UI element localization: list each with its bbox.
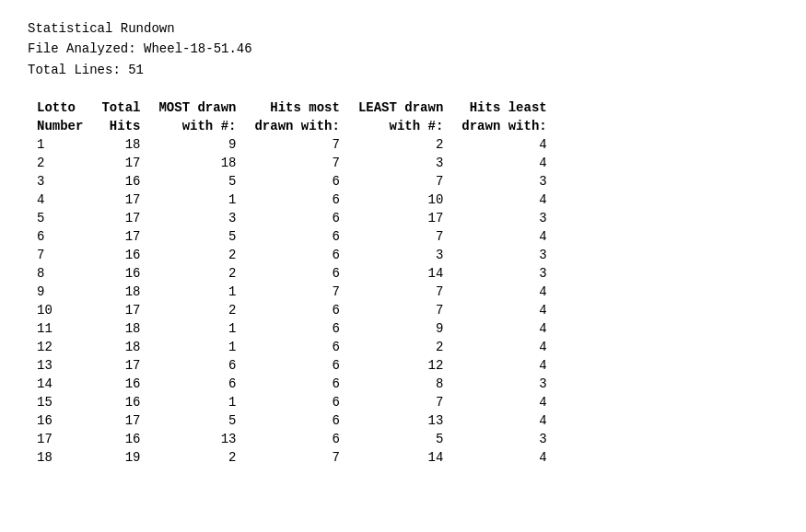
table-row: 51736173	[28, 209, 556, 227]
cell-lotto_number-16: 17	[28, 430, 92, 448]
cell-most_drawn-12: 6	[149, 356, 245, 375]
col-header-least2: with #:	[349, 117, 452, 135]
cell-lotto_number-13: 14	[28, 375, 92, 393]
cell-most_drawn-8: 1	[149, 283, 245, 301]
cell-least_drawn-16: 5	[349, 430, 452, 448]
cell-hits_least-16: 3	[452, 430, 555, 448]
cell-total_hits-4: 17	[92, 209, 149, 227]
header-section: Statistical Rundown File Analyzed: Wheel…	[28, 18, 778, 80]
table-row: 12181624	[28, 338, 556, 356]
cell-least_drawn-1: 3	[349, 154, 452, 172]
cell-lotto_number-14: 15	[28, 393, 92, 411]
cell-hits_least-3: 4	[452, 191, 555, 209]
cell-hits_most-12: 6	[245, 356, 348, 375]
cell-hits_most-4: 6	[245, 209, 348, 227]
cell-most_drawn-2: 5	[149, 172, 245, 191]
cell-lotto_number-15: 16	[28, 411, 92, 430]
cell-hits_least-14: 4	[452, 393, 555, 411]
cell-hits_least-2: 3	[452, 172, 555, 191]
cell-hits_most-2: 6	[245, 172, 348, 191]
title-line: Statistical Rundown	[28, 18, 778, 39]
cell-most_drawn-16: 13	[149, 430, 245, 448]
cell-total_hits-11: 18	[92, 338, 149, 356]
table-row: 41716104	[28, 191, 556, 209]
col-header-hits2: Hits	[92, 117, 149, 135]
cell-hits_least-15: 4	[452, 411, 555, 430]
cell-total_hits-8: 18	[92, 283, 149, 301]
cell-least_drawn-3: 10	[349, 191, 452, 209]
table-header: Lotto Total MOST drawn Hits most LEAST d…	[28, 98, 556, 135]
cell-lotto_number-7: 8	[28, 264, 92, 283]
cell-hits_most-16: 6	[245, 430, 348, 448]
cell-lotto_number-10: 11	[28, 319, 92, 338]
cell-most_drawn-10: 1	[149, 319, 245, 338]
cell-most_drawn-5: 5	[149, 227, 245, 246]
cell-most_drawn-14: 1	[149, 393, 245, 411]
table-row: 3165673	[28, 172, 556, 191]
cell-hits_most-9: 6	[245, 301, 348, 319]
cell-total_hits-1: 17	[92, 154, 149, 172]
cell-hits_least-11: 4	[452, 338, 555, 356]
table-row: 11181694	[28, 319, 556, 338]
table-row: 1189724	[28, 135, 556, 154]
cell-lotto_number-6: 7	[28, 246, 92, 264]
cell-hits_least-17: 4	[452, 448, 555, 467]
cell-least_drawn-14: 7	[349, 393, 452, 411]
cell-total_hits-17: 19	[92, 448, 149, 467]
cell-lotto_number-2: 3	[28, 172, 92, 191]
cell-hits_most-8: 7	[245, 283, 348, 301]
cell-hits_most-15: 6	[245, 411, 348, 430]
col-header-hitsleast1: Hits least	[452, 98, 555, 117]
col-header-most2: with #:	[149, 117, 245, 135]
table-body: 1189724217187343165673417161045173617361…	[28, 135, 556, 467]
table-row: 14166683	[28, 375, 556, 393]
cell-total_hits-9: 17	[92, 301, 149, 319]
cell-total_hits-5: 17	[92, 227, 149, 246]
cell-total_hits-0: 18	[92, 135, 149, 154]
cell-most_drawn-11: 1	[149, 338, 245, 356]
table-row: 181927144	[28, 448, 556, 467]
cell-hits_most-14: 6	[245, 393, 348, 411]
cell-least_drawn-9: 7	[349, 301, 452, 319]
cell-most_drawn-3: 1	[149, 191, 245, 209]
cell-hits_least-10: 4	[452, 319, 555, 338]
cell-hits_least-8: 4	[452, 283, 555, 301]
cell-least_drawn-15: 13	[349, 411, 452, 430]
table-header-row2: Number Hits with #: drawn with: with #: …	[28, 117, 556, 135]
cell-hits_least-0: 4	[452, 135, 555, 154]
cell-total_hits-14: 16	[92, 393, 149, 411]
cell-total_hits-2: 16	[92, 172, 149, 191]
cell-hits_least-9: 4	[452, 301, 555, 319]
table-row: 10172674	[28, 301, 556, 319]
col-header-lotto1: Lotto	[28, 98, 92, 117]
cell-least_drawn-8: 7	[349, 283, 452, 301]
cell-hits_most-1: 7	[245, 154, 348, 172]
col-header-hits1: Total	[92, 98, 149, 117]
cell-least_drawn-2: 7	[349, 172, 452, 191]
cell-lotto_number-8: 9	[28, 283, 92, 301]
cell-total_hits-12: 17	[92, 356, 149, 375]
cell-hits_most-0: 7	[245, 135, 348, 154]
table-header-row1: Lotto Total MOST drawn Hits most LEAST d…	[28, 98, 556, 117]
cell-most_drawn-17: 2	[149, 448, 245, 467]
cell-lotto_number-0: 1	[28, 135, 92, 154]
table-row: 81626143	[28, 264, 556, 283]
cell-most_drawn-15: 5	[149, 411, 245, 430]
col-header-most1: MOST drawn	[149, 98, 245, 117]
col-header-lotto2: Number	[28, 117, 92, 135]
table-row: 21718734	[28, 154, 556, 172]
table-row: 7162633	[28, 246, 556, 264]
lines-label: Total Lines: 51	[28, 63, 144, 77]
file-label-line: File Analyzed: Wheel-18-51.46	[28, 39, 778, 59]
cell-hits_least-7: 3	[452, 264, 555, 283]
table-row: 6175674	[28, 227, 556, 246]
cell-lotto_number-9: 10	[28, 301, 92, 319]
cell-hits_least-12: 4	[452, 356, 555, 375]
cell-lotto_number-11: 12	[28, 338, 92, 356]
cell-lotto_number-12: 13	[28, 356, 92, 375]
lines-label-line: Total Lines: 51	[28, 60, 778, 80]
cell-hits_least-1: 4	[452, 154, 555, 172]
cell-hits_most-11: 6	[245, 338, 348, 356]
cell-total_hits-3: 17	[92, 191, 149, 209]
cell-total_hits-10: 18	[92, 319, 149, 338]
